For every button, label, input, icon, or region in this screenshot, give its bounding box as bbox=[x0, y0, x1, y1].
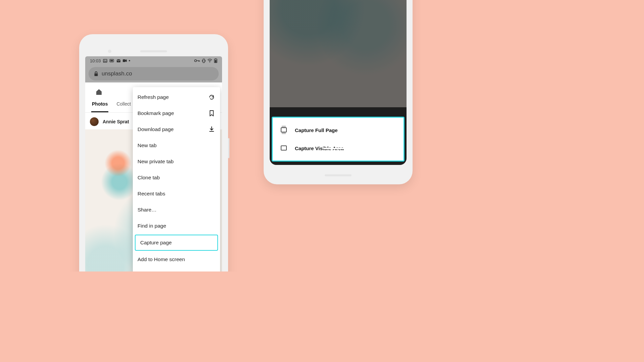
full-page-icon bbox=[280, 126, 287, 134]
menu-recent-tabs[interactable]: Recent tabs bbox=[133, 186, 220, 202]
status-bar: 10:03 bbox=[85, 56, 222, 65]
gesture-nav-bar bbox=[276, 145, 400, 152]
menu-share-label: Share… bbox=[138, 207, 157, 213]
url-bar[interactable]: unsplash.co bbox=[89, 67, 219, 80]
mail-icon bbox=[116, 59, 121, 63]
menu-bookmark-label: Bookmark page bbox=[138, 110, 174, 116]
phone-mockup-right: Capture Full Page Capture Visible Area bbox=[264, 0, 413, 184]
capture-full-page[interactable]: Capture Full Page bbox=[273, 121, 404, 139]
menu-download[interactable]: Download page bbox=[133, 121, 220, 137]
url-text: unsplash.co bbox=[102, 70, 132, 77]
phone-camera bbox=[108, 50, 111, 53]
svg-rect-12 bbox=[95, 73, 98, 76]
menu-clone-tab[interactable]: Clone tab bbox=[133, 170, 220, 186]
svg-rect-14 bbox=[281, 128, 286, 132]
menu-refresh[interactable]: Refresh page bbox=[133, 89, 220, 105]
menu-add-home[interactable]: Add to Home screen bbox=[133, 251, 220, 267]
picture-icon bbox=[103, 59, 107, 63]
author-name: Annie Sprat bbox=[103, 119, 129, 124]
phone-speaker-bottom bbox=[325, 174, 352, 176]
tab-collections-label: Collect bbox=[116, 101, 131, 107]
phone-screen-right: Capture Full Page Capture Visible Area bbox=[270, 0, 407, 165]
svg-point-1 bbox=[104, 60, 105, 61]
menu-add-home-label: Add to Home screen bbox=[138, 256, 185, 262]
download-icon bbox=[208, 126, 215, 132]
svg-rect-5 bbox=[123, 59, 125, 62]
tab-collections[interactable]: Collect bbox=[116, 101, 131, 112]
svg-rect-15 bbox=[282, 132, 286, 134]
phone-screen-left: 10:03 unsplash.co bbox=[85, 56, 222, 272]
home-icon[interactable] bbox=[95, 88, 103, 95]
vibrate-icon bbox=[202, 59, 206, 63]
svg-rect-3 bbox=[110, 60, 113, 61]
svg-rect-7 bbox=[203, 59, 205, 63]
phone-side-button bbox=[228, 138, 229, 158]
svg-point-6 bbox=[195, 60, 197, 62]
bookmark-icon bbox=[208, 110, 215, 116]
menu-recent-tabs-label: Recent tabs bbox=[138, 191, 165, 197]
nav-pill bbox=[323, 148, 353, 149]
lock-icon bbox=[94, 71, 98, 76]
menu-download-label: Download page bbox=[138, 126, 174, 132]
overflow-menu: Refresh page Bookmark page Download page… bbox=[133, 87, 220, 272]
tab-photos-label: Photos bbox=[92, 101, 108, 107]
avatar bbox=[90, 117, 99, 126]
phone-speaker bbox=[140, 50, 167, 52]
phone-mockup-left: 10:03 unsplash.co bbox=[79, 34, 228, 272]
svg-rect-13 bbox=[282, 126, 286, 127]
menu-capture-page[interactable]: Capture page bbox=[135, 235, 218, 251]
menu-bookmark[interactable]: Bookmark page bbox=[133, 105, 220, 121]
svg-rect-10 bbox=[215, 59, 216, 59]
status-dot-icon bbox=[129, 60, 130, 61]
menu-share[interactable]: Share… bbox=[133, 202, 220, 218]
menu-capture-page-label: Capture page bbox=[140, 240, 172, 246]
capture-full-page-label: Capture Full Page bbox=[295, 127, 338, 133]
refresh-icon bbox=[208, 94, 215, 100]
menu-find-label: Find in page bbox=[138, 223, 166, 229]
svg-rect-11 bbox=[215, 60, 217, 62]
wifi-icon bbox=[207, 59, 212, 63]
battery-icon bbox=[214, 58, 217, 63]
menu-private-tab-label: New private tab bbox=[138, 159, 174, 165]
menu-private-tab[interactable]: New private tab bbox=[133, 154, 220, 170]
video-icon bbox=[123, 59, 127, 62]
menu-clone-tab-label: Clone tab bbox=[138, 175, 160, 181]
menu-new-tab-label: New tab bbox=[138, 142, 157, 148]
battery-saver-icon bbox=[109, 59, 114, 62]
vpn-key-icon bbox=[194, 59, 200, 62]
capture-sheet: Capture Full Page Capture Visible Area bbox=[272, 117, 405, 162]
svg-point-8 bbox=[210, 62, 210, 63]
status-time: 10:03 bbox=[90, 58, 101, 63]
menu-refresh-label: Refresh page bbox=[138, 94, 169, 100]
tab-photos[interactable]: Photos bbox=[91, 101, 108, 112]
menu-find[interactable]: Find in page bbox=[133, 218, 220, 234]
menu-desktop-site[interactable]: Desktop site bbox=[133, 267, 220, 272]
menu-new-tab[interactable]: New tab bbox=[133, 137, 220, 154]
